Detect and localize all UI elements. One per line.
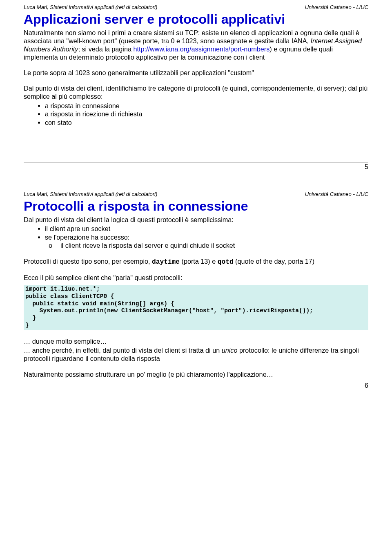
bullet-item: a risposta in connessione	[45, 102, 368, 110]
sub-bullet-list: il client riceve la risposta dal server …	[45, 241, 368, 250]
p2-text-a: Protocolli di questo tipo sono, per esem…	[24, 258, 152, 265]
p5-italic: unico	[222, 347, 238, 354]
paragraph-1: Dal punto di vista del client la logica …	[24, 216, 368, 224]
header-row: Luca Mari, Sistemi informativi applicati…	[24, 191, 368, 197]
page-6: Luca Mari, Sistemi informativi applicati…	[0, 187, 392, 393]
code-inline-qotd: qotd	[218, 258, 234, 266]
paragraph-6: Naturalmente possiamo strutturare un po'…	[24, 370, 368, 378]
paragraph-2: Le porte sopra al 1023 sono generalmente…	[24, 69, 368, 77]
bullet-list: il client apre un socket se l'operazione…	[24, 225, 368, 250]
page-number: 6	[24, 382, 368, 389]
body-content: Naturalmente non siamo noi i primi a cre…	[24, 29, 368, 127]
paragraph-4: … dunque molto semplice…	[24, 337, 368, 345]
bullet-item: se l'operazione ha successo: il client r…	[45, 233, 368, 250]
code-block: import it.liuc.net.*; public class Clien…	[24, 285, 368, 330]
page-title: Applicazioni server e protocolli applica…	[24, 12, 368, 27]
footer: 5	[24, 162, 368, 171]
bullet-item: con stato	[45, 118, 368, 127]
paragraph-3: Dal punto di vista dei client, identific…	[24, 84, 368, 100]
paragraph-1: Naturalmente non siamo noi i primi a cre…	[24, 29, 368, 61]
header-right: Università Cattaneo - LIUC	[305, 4, 368, 10]
page-title: Protocolli a risposta in connessione	[24, 199, 368, 214]
p5-text-a: … anche perché, in effetti, dal punto di…	[24, 347, 222, 354]
header-row: Luca Mari, Sistemi informativi applicati…	[24, 4, 368, 10]
p1-text-a: Naturalmente non siamo noi i primi a cre…	[24, 29, 359, 44]
code-inline-daytime: daytime	[152, 258, 180, 266]
bullet-item: il client apre un socket	[45, 225, 368, 233]
iana-link[interactable]: http://www.iana.org/assignments/port-num…	[133, 45, 270, 53]
paragraph-5: … anche perché, in effetti, dal punto di…	[24, 346, 368, 362]
footer-rule	[24, 162, 368, 162]
page-gap	[0, 174, 392, 187]
p2-text-c: (quote of the day, porta 17)	[234, 258, 315, 265]
p1-text-b: ; si veda la pagina	[78, 45, 133, 53]
header-right: Università Cattaneo - LIUC	[305, 191, 368, 197]
header-left: Luca Mari, Sistemi informativi applicati…	[24, 4, 157, 10]
page-number: 5	[24, 163, 368, 171]
paragraph-2: Protocolli di questo tipo sono, per esem…	[24, 257, 368, 266]
bullet-text: se l'operazione ha successo:	[45, 233, 129, 241]
paragraph-3: Ecco il più semplice client che "parla" …	[24, 273, 368, 282]
bullet-list: a risposta in connessione a risposta in …	[24, 102, 368, 127]
footer-rule	[24, 381, 368, 381]
body-content: Dal punto di vista del client la logica …	[24, 216, 368, 378]
sub-bullet-item: il client riceve la risposta dal server …	[60, 241, 368, 250]
p2-text-b: (porta 13) e	[180, 258, 218, 265]
bullet-item: a risposta in ricezione di richiesta	[45, 110, 368, 118]
page-5: Luca Mari, Sistemi informativi applicati…	[0, 0, 392, 174]
header-left: Luca Mari, Sistemi informativi applicati…	[24, 191, 157, 197]
